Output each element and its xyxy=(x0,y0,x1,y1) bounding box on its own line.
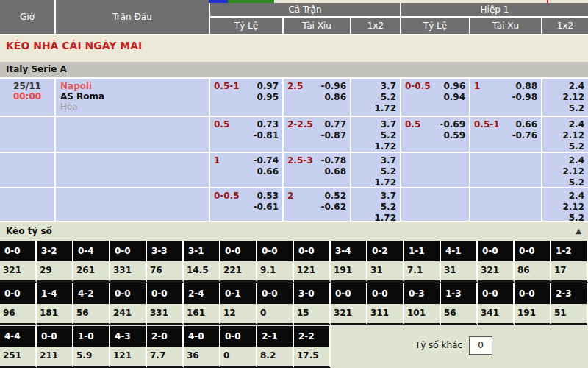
score-cell[interactable]: 4-0 xyxy=(184,326,220,347)
score-odds-cell[interactable]: 56 xyxy=(74,304,110,325)
score-odds-cell[interactable]: 311 xyxy=(368,304,404,325)
score-odds-cell[interactable]: 0 xyxy=(257,304,294,325)
score-cell[interactable]: 0-4 xyxy=(74,241,110,261)
score-odds-cell[interactable]: 101 xyxy=(404,304,441,325)
score-cell[interactable]: 0-0 xyxy=(331,283,368,304)
score-cell[interactable]: 2-2 xyxy=(294,326,331,347)
half-overunder-cell[interactable] xyxy=(470,188,541,221)
score-cell[interactable]: 0-0 xyxy=(220,326,257,347)
full-overunder-cell[interactable]: 2-2.50.77-0.87 xyxy=(284,117,350,152)
score-cell[interactable]: 2-4 xyxy=(184,283,220,304)
score-cell[interactable]: 0-0 xyxy=(368,283,404,304)
score-cell[interactable]: 0-0 xyxy=(220,241,257,261)
score-odds-cell[interactable]: 17.5 xyxy=(294,347,331,368)
score-cell[interactable]: 1-2 xyxy=(551,241,588,261)
score-odds-cell[interactable]: 121 xyxy=(110,347,147,368)
score-odds-cell[interactable]: 8.2 xyxy=(257,347,294,368)
score-odds-cell[interactable]: 56 xyxy=(441,304,478,325)
half-overunder-cell[interactable]: 0.5-10.66-0.76 xyxy=(470,117,541,152)
half-handicap-cell[interactable] xyxy=(401,188,469,221)
half-handicap-cell[interactable]: 0.5-0.690.59 xyxy=(401,117,469,152)
collapse-arrow-icon[interactable]: ▲ xyxy=(576,222,581,240)
score-odds-cell[interactable]: 96 xyxy=(0,304,37,325)
score-odds-cell[interactable]: 241 xyxy=(110,304,147,325)
score-cell[interactable]: 3-3 xyxy=(147,241,184,261)
score-odds-cell[interactable]: 31 xyxy=(368,261,404,283)
score-cell[interactable]: 0-0 xyxy=(147,283,184,304)
full-1x2-cell[interactable]: 3.75.21.72 xyxy=(351,153,400,187)
full-1x2-cell[interactable]: 3.75.21.72 xyxy=(351,188,400,221)
score-cell[interactable]: 3-4 xyxy=(331,241,368,261)
score-cell[interactable]: 0-0 xyxy=(0,241,37,261)
half-handicap-cell[interactable] xyxy=(401,153,469,187)
score-cell[interactable]: 0-0 xyxy=(478,241,514,261)
score-cell[interactable]: 1-0 xyxy=(74,326,110,347)
score-cell[interactable]: 0-3 xyxy=(404,283,441,304)
half-1x2-cell[interactable]: 2.42.125.2 xyxy=(542,153,588,187)
score-odds-cell[interactable]: 321 xyxy=(331,304,368,325)
full-overunder-cell[interactable]: 2.5-3-0.780.68 xyxy=(284,153,350,187)
score-cell[interactable]: 2-1 xyxy=(257,326,294,347)
score-cell[interactable]: 0-0 xyxy=(257,283,294,304)
half-overunder-cell[interactable]: 10.88-0.98 xyxy=(470,79,541,116)
half-1x2-cell[interactable]: 2.42.125.2 xyxy=(542,188,588,221)
half-overunder-cell[interactable] xyxy=(470,153,541,187)
score-odds-cell[interactable]: 261 xyxy=(74,261,110,283)
score-cell[interactable]: 0-0 xyxy=(0,283,37,304)
score-odds-cell[interactable]: 321 xyxy=(0,261,37,283)
score-cell[interactable]: 4-2 xyxy=(74,283,110,304)
score-cell[interactable]: 0-1 xyxy=(220,283,257,304)
score-odds-cell[interactable]: 121 xyxy=(294,261,331,283)
score-odds-cell[interactable]: 86 xyxy=(514,261,551,283)
score-odds-cell[interactable]: 12 xyxy=(220,304,257,325)
score-cell[interactable]: 2-0 xyxy=(147,326,184,347)
score-odds-cell[interactable]: 36 xyxy=(184,347,220,368)
score-odds-cell[interactable]: 191 xyxy=(331,261,368,283)
half-handicap-cell[interactable]: 0-0.50.960.94 xyxy=(401,79,469,116)
match-cell[interactable]: NapoliAS RomaHòa xyxy=(56,79,209,116)
full-handicap-cell[interactable]: 0-0.50.53-0.61 xyxy=(210,188,282,221)
score-cell[interactable]: 4-4 xyxy=(0,326,37,347)
score-odds-cell[interactable]: 15 xyxy=(294,304,331,325)
score-odds-cell[interactable]: 251 xyxy=(0,347,37,368)
score-cell[interactable]: 1-4 xyxy=(37,283,74,304)
score-odds-cell[interactable]: 211 xyxy=(37,347,74,368)
score-odds-cell[interactable]: 321 xyxy=(478,261,514,283)
full-handicap-cell[interactable]: 1-0.740.66 xyxy=(210,153,282,187)
score-odds-cell[interactable]: 31 xyxy=(441,261,478,283)
match-cell[interactable] xyxy=(56,153,209,187)
score-odds-cell[interactable]: 7.1 xyxy=(404,261,441,283)
score-odds-cell[interactable]: 76 xyxy=(147,261,184,283)
score-odds-cell[interactable]: 5.9 xyxy=(74,347,110,368)
score-cell[interactable]: 0-0 xyxy=(478,283,514,304)
score-odds-cell[interactable]: 221 xyxy=(220,261,257,283)
score-odds-cell[interactable]: 161 xyxy=(184,304,220,325)
score-cell[interactable]: 0-0 xyxy=(110,283,147,304)
score-cell[interactable]: 1-1 xyxy=(404,241,441,261)
score-cell[interactable]: 4-3 xyxy=(110,326,147,347)
score-cell[interactable]: 0-0 xyxy=(294,241,331,261)
score-odds-cell[interactable]: 17 xyxy=(551,261,588,283)
full-overunder-cell[interactable]: 2.5-0.960.86 xyxy=(284,79,350,116)
full-overunder-cell[interactable]: 20.52-0.62 xyxy=(284,188,350,221)
match-cell[interactable] xyxy=(56,188,209,221)
score-cell[interactable]: 4-1 xyxy=(441,241,478,261)
full-handicap-cell[interactable]: 0.5-10.970.95 xyxy=(210,79,282,116)
score-odds-cell[interactable]: 181 xyxy=(37,304,74,325)
score-cell[interactable]: 0-0 xyxy=(37,326,74,347)
score-cell[interactable]: 0-0 xyxy=(257,241,294,261)
score-odds-cell[interactable]: 341 xyxy=(478,304,514,325)
score-odds-cell[interactable]: 0 xyxy=(220,347,257,368)
score-cell[interactable]: 1-3 xyxy=(441,283,478,304)
score-odds-cell[interactable]: 29 xyxy=(37,261,74,283)
full-handicap-cell[interactable]: 0.50.73-0.81 xyxy=(210,117,282,152)
full-1x2-cell[interactable]: 3.75.21.72 xyxy=(351,117,400,152)
score-odds-cell[interactable]: 51 xyxy=(551,304,588,325)
score-cell[interactable]: 0-0 xyxy=(514,283,551,304)
score-cell[interactable]: 3-1 xyxy=(184,241,220,261)
score-cell[interactable]: 3-0 xyxy=(294,283,331,304)
score-cell[interactable]: 0-2 xyxy=(368,241,404,261)
half-1x2-cell[interactable]: 2.42.125.2 xyxy=(542,79,588,116)
score-cell[interactable]: 0-0 xyxy=(110,241,147,261)
score-odds-cell[interactable]: 191 xyxy=(514,304,551,325)
